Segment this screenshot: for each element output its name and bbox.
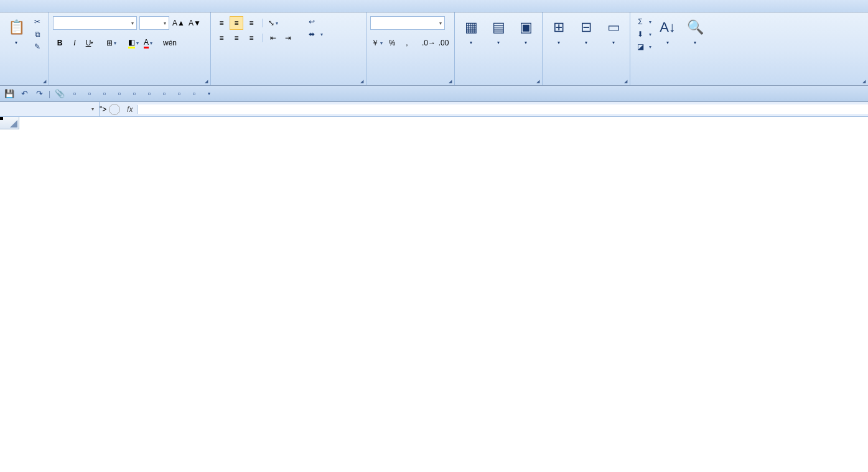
fill-color-button[interactable]: ◧ [126,36,140,50]
group-label [215,81,362,85]
qat-btn-6[interactable]: ▫ [159,88,170,99]
font-size-select[interactable]: ▾ [139,16,169,30]
cell-styles-button[interactable]: ▣▾ [513,16,538,47]
align-middle-button[interactable]: ≡ [230,16,243,30]
group-number: ▾ ￥ % , .0→ .00 [366,12,455,85]
new-button[interactable]: ▫ [69,88,80,99]
shrink-font-button[interactable]: A▼ [188,16,202,30]
group-styles: ▦▾ ▤▾ ▣▾ [455,12,543,85]
currency-icon: ￥ [371,38,379,49]
undo-icon: ↶ [21,89,28,98]
qat-more-button[interactable]: ▾ [203,88,215,99]
find-select-button[interactable]: 🔍▾ [683,16,707,47]
ribbon-tabs [0,0,868,12]
name-box[interactable]: ▾ [0,102,100,116]
group-label [370,81,450,85]
paperclip-icon: 📎 [55,89,65,98]
quick-access-toolbar: 💾 ↶ ↷ | 📎 ▫ ▫ ▫ ▫ ▫ ▫ ▫ ▫ ▫ ▾ [0,86,868,102]
qat-btn-8[interactable]: ▫ [189,88,200,99]
copy-button[interactable]: ⧉ [31,29,45,40]
font-name-select[interactable]: ▾ [53,16,137,30]
scissors-icon: ✂ [32,17,42,27]
fill-icon: ⬇ [635,29,645,39]
format-painter-button[interactable]: ✎ [31,41,45,52]
fx-button[interactable]: fx [123,105,138,114]
number-format-select[interactable]: ▾ [370,16,445,30]
cut-button[interactable]: ✂ [31,16,45,27]
insert-cells-button[interactable]: ⊞▾ [546,16,571,47]
delete-icon: ⊟ [576,17,596,37]
qat-btn-3[interactable]: ▫ [114,88,125,99]
chevron-down-icon: ▾ [91,106,94,112]
formula-bar: ▾ "> fx [0,102,868,117]
group-label [546,81,626,85]
group-cells: ⊞▾ ⊟▾ ▭▾ [543,12,630,85]
bucket-icon: ◧ [128,38,135,49]
grow-font-button[interactable]: A▲ [172,16,185,30]
align-center-button[interactable]: ≡ [230,31,243,45]
sort-icon: A↓ [658,17,678,37]
table-format-button[interactable]: ▤▾ [486,16,511,47]
orientation-icon: ⤡ [268,19,274,27]
new-doc-icon: ▫ [73,89,77,98]
save-icon: 💾 [4,89,14,98]
qat-btn-7[interactable]: ▫ [174,88,185,99]
spreadsheet-grid[interactable] [0,117,868,472]
borders-button[interactable]: ⊞ [105,36,118,50]
font-color-button[interactable]: A [141,36,155,50]
redo-icon: ↷ [36,89,43,98]
paste-button[interactable]: 📋 ▾ [4,16,29,47]
indent-dec-icon: ⇤ [270,34,276,42]
clear-button[interactable]: ◪ [634,41,653,52]
underline-icon: U [86,39,91,47]
font-color-icon: A [144,38,149,49]
percent-button[interactable]: % [385,36,399,50]
inc-decimal-button[interactable]: .0→ [422,36,436,50]
comma-icon: , [406,39,408,47]
sigma-icon: Σ [635,17,645,27]
orientation-button[interactable]: ⤡ [266,16,280,30]
merge-center-button[interactable]: ⬌ [306,29,324,40]
autosum-button[interactable]: Σ [634,16,653,27]
delete-cells-button[interactable]: ⊟▾ [574,16,599,47]
save-button[interactable]: 💾 [4,88,15,99]
dec-decimal-button[interactable]: .00 [437,36,450,50]
align-bottom-button[interactable]: ≡ [245,16,258,30]
cond-format-button[interactable]: ▦▾ [459,16,483,47]
align-bottom-icon: ≡ [249,19,253,27]
align-right-button[interactable]: ≡ [245,31,258,45]
group-font: ▾ ▾ A▲ A▼ B I U▾ ⊞ ◧ A wén [49,12,211,85]
sort-filter-button[interactable]: A↓▾ [655,16,680,47]
formula-input[interactable] [138,104,868,114]
fill-button[interactable]: ⬇ [634,29,653,40]
align-left-button[interactable]: ≡ [215,31,228,45]
phonetic-icon: wén [163,39,177,47]
wrap-icon: ↩ [307,17,317,27]
qat-btn-4[interactable]: ▫ [129,88,140,99]
indent-inc-button[interactable]: ⇥ [281,31,295,45]
table-format-icon: ▤ [488,17,508,37]
underline-button[interactable]: U▾ [83,36,96,50]
group-clipboard: 📋 ▾ ✂ ⧉ ✎ [0,12,49,85]
select-all-corner[interactable] [0,117,19,129]
format-cells-button[interactable]: ▭▾ [601,16,626,47]
currency-button[interactable]: ￥ [370,36,384,50]
bold-button[interactable]: B [53,36,67,50]
qat-btn-5[interactable]: ▫ [144,88,155,99]
undo-button[interactable]: ↶ [19,88,30,99]
qat-btn-1[interactable]: ▫ [84,88,95,99]
fx-cancel-icon [109,104,120,115]
redo-button[interactable]: ↷ [34,88,45,99]
italic-button[interactable]: I [68,36,82,50]
border-icon: ⊞ [106,39,113,47]
attach-button[interactable]: 📎 [54,88,65,99]
phonetic-button[interactable]: wén [163,36,177,50]
chevron-down-icon: ▾ [208,91,210,96]
comma-button[interactable]: , [400,36,414,50]
wrap-text-button[interactable]: ↩ [306,16,324,27]
align-top-button[interactable]: ≡ [215,16,228,30]
binoculars-icon: 🔍 [685,17,705,37]
indent-dec-button[interactable]: ⇤ [266,31,280,45]
qat-btn-2[interactable]: ▫ [99,88,110,99]
dec-decimal-icon: .00 [439,39,449,47]
